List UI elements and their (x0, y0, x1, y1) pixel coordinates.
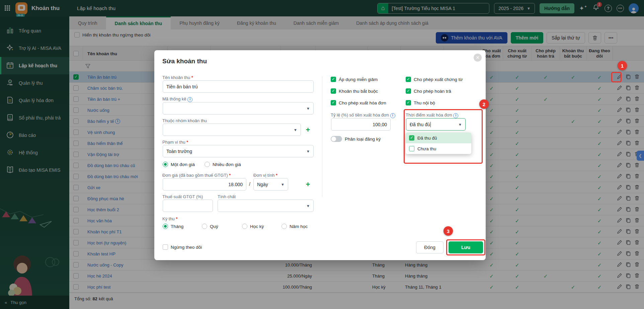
internal-fee-checkbox[interactable]: Thu nội bộ (406, 100, 435, 105)
stat-code-select[interactable]: ▼ (163, 102, 314, 114)
modal-divider (322, 76, 322, 197)
unit-label: Đơn vị tính (253, 173, 277, 178)
unit-price-label: Đơn giá (đã bao gồm thuế GTGT) (162, 173, 231, 178)
period-radio-nam-hoc[interactable]: Năm học (281, 224, 308, 229)
annotation-box-invoice-time (404, 109, 483, 164)
allow-refund-checkbox[interactable]: Cho phép hoàn trả (406, 88, 451, 94)
info-icon[interactable]: i (187, 97, 192, 102)
vat-label: Thuế suất GTGT (%) (162, 194, 203, 199)
modal-title: Sửa khoản thu (162, 58, 207, 65)
annotation-step-2: 2 (479, 99, 489, 109)
registration-type-toggle[interactable]: Phân loại đăng ký (331, 136, 381, 142)
chevron-down-icon: ▼ (306, 204, 310, 208)
annotation-box-edit-icon (611, 72, 622, 82)
scope-select[interactable]: Toàn trường▼ (163, 145, 314, 157)
close-button[interactable]: Đóng (416, 241, 444, 253)
screen: 20-11 Khoản thu Lập kế hoạch thu ⌂ [Test… (0, 0, 644, 309)
price-separator: / (249, 181, 250, 187)
invoice-rate-input[interactable]: 100,00 (331, 118, 391, 131)
chevron-down-icon: ▼ (306, 106, 310, 110)
multi-price-radio[interactable]: Nhiều đơn giá (205, 162, 241, 167)
vat-input[interactable] (163, 200, 213, 212)
unit-select[interactable]: Ngày▼ (253, 178, 288, 190)
allow-voucher-checkbox[interactable]: Cho phép xuất chứng từ (406, 77, 463, 82)
nature-label: Tính chất (218, 194, 236, 199)
invoice-rate-label: Tỷ lệ (%) số tiền xuất hóa đơn i (331, 112, 395, 118)
fee-group-label: Thuộc nhóm khoản thu (162, 118, 207, 123)
apply-discount-checkbox[interactable]: Áp dụng miễn giảm (331, 77, 378, 82)
fee-name-label: Tên khoản thu (162, 75, 193, 80)
chevron-down-icon: ▼ (306, 149, 310, 153)
close-icon[interactable]: ✕ (474, 54, 482, 62)
period-label: Kỳ thu (162, 216, 178, 221)
chevron-down-icon: ▼ (294, 128, 297, 132)
period-radio-thang[interactable]: Tháng (163, 224, 183, 229)
add-group-button[interactable]: + (304, 126, 312, 134)
mandatory-fee-checkbox[interactable]: Khoản thu bắt buộc (331, 88, 378, 94)
annotation-step-1: 1 (618, 61, 627, 70)
single-price-radio[interactable]: Một đơn giá (163, 162, 195, 167)
period-radio-quy[interactable]: Quý (202, 224, 218, 229)
unit-price-input[interactable]: 18.000 (163, 178, 246, 190)
stop-tracking-checkbox[interactable]: Ngừng theo dõi (163, 244, 202, 250)
period-radio-hoc-ky[interactable]: Học kỳ (242, 224, 264, 229)
nature-select[interactable]: ▼ (218, 200, 314, 212)
scope-label: Phạm vi thu (162, 140, 188, 145)
annotation-box-save-button (446, 239, 485, 255)
fee-group-select[interactable]: ▼ (163, 124, 301, 136)
info-icon[interactable]: i (390, 113, 395, 118)
annotation-step-3: 3 (444, 226, 453, 236)
add-unit-button[interactable]: + (304, 180, 312, 189)
fee-name-input[interactable]: Tiền ăn bán trú (163, 80, 314, 93)
allow-invoice-checkbox[interactable]: Cho phép xuất hóa đơn (331, 100, 386, 105)
stat-code-label: Mã thống kê i (162, 96, 192, 102)
chevron-down-icon: ▼ (281, 182, 285, 186)
